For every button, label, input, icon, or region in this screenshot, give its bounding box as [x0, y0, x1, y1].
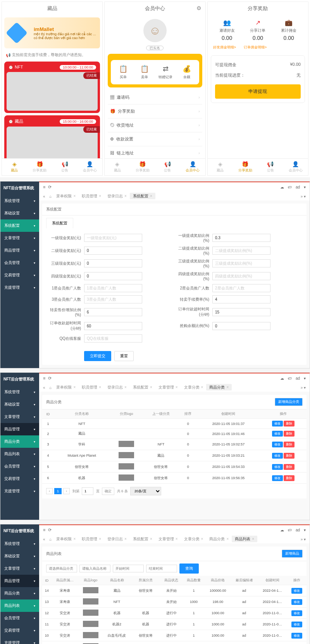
close-icon[interactable]: × — [73, 385, 76, 389]
input-一级现金奖励(元)[interactable] — [84, 234, 142, 242]
close-icon[interactable]: × — [99, 385, 101, 389]
delete-button[interactable]: 删除 — [284, 421, 294, 426]
input-一级提成奖励比例(%)[interactable] — [212, 234, 270, 242]
edit-button[interactable]: 修改 — [272, 421, 283, 426]
close-icon[interactable]: × — [150, 537, 152, 541]
menu-收货地址[interactable]: ◎ 收货地址› — [108, 118, 202, 132]
menu-邀请码[interactable]: ▦ 邀请码› — [108, 91, 202, 104]
tab-菜单权限[interactable]: 菜单权限× — [53, 536, 79, 542]
product-card[interactable]: ⏰ NFT10:00:00 - 11:00:00 已结束 — [4, 62, 100, 113]
sidebar-item-文章管理[interactable]: 文章管理▾ — [0, 232, 39, 244]
close-icon[interactable]: × — [150, 194, 152, 198]
close-icon[interactable]: × — [124, 537, 127, 541]
tab-公告[interactable]: 📢公告 — [155, 161, 180, 173]
chevron-down-icon[interactable]: ▾ — [304, 185, 306, 189]
filter-input-3[interactable] — [146, 565, 177, 572]
menu-toggle-icon[interactable]: ≡ — [43, 528, 45, 532]
input-1星会员推广人数[interactable] — [84, 284, 142, 292]
avatar[interactable] — [143, 19, 167, 42]
edit-button[interactable]: 修改 — [272, 464, 283, 470]
input-四级现金奖励(元)[interactable] — [84, 272, 142, 280]
add-product-button[interactable]: 新增商品 — [282, 550, 303, 558]
tab-登录日志[interactable]: 登录日志× — [104, 193, 130, 199]
sidebar-item-商品列表[interactable]: 商品列表▾ — [0, 448, 39, 460]
grid-买单[interactable]: 📋买单 — [112, 65, 134, 80]
menu-toggle-icon[interactable]: ≡ — [43, 185, 45, 189]
menu-toggle-icon[interactable]: ≡ — [43, 376, 45, 380]
sidebar-item-会员管理[interactable]: 会员管理▾ — [0, 460, 39, 473]
delete-button[interactable]: 删除 — [284, 442, 294, 447]
close-icon[interactable]: × — [226, 537, 229, 541]
filter-input-1[interactable] — [79, 565, 110, 572]
apply-withdraw-button[interactable]: 申请提现 — [215, 84, 301, 99]
tab-菜单权限[interactable]: 菜单权限× — [53, 384, 79, 391]
menu-收款设置[interactable]: ⚙ 收款设置› — [108, 132, 202, 146]
tab-系统配置[interactable]: 系统配置× — [130, 536, 155, 542]
tab-菜单权限[interactable]: 菜单权限× — [53, 193, 79, 199]
close-icon[interactable]: × — [201, 385, 203, 389]
close-icon[interactable]: × — [201, 537, 203, 541]
input-2星会员推广人数[interactable] — [212, 284, 270, 292]
tag-icon[interactable]: 🏷 — [288, 185, 292, 189]
grid-转赠记录[interactable]: ⇄转赠记录 — [155, 65, 176, 80]
input-三级现金奖励(元)[interactable] — [84, 259, 142, 267]
submit-button[interactable]: 立即提交 — [84, 351, 111, 361]
edit-button[interactable]: 修改 — [291, 633, 302, 639]
edit-button[interactable]: 修改 — [272, 442, 283, 447]
tab-会员中心[interactable]: 👤会员中心 — [77, 161, 102, 173]
sidebar-item-会员管理[interactable]: 会员管理▾ — [0, 257, 39, 269]
edit-button[interactable]: 修改 — [272, 475, 283, 481]
tab-系统配置[interactable]: 系统配置× — [130, 384, 155, 391]
edit-button[interactable]: 修改 — [272, 453, 283, 459]
tab-会员中心[interactable]: 👤会员中心 — [283, 161, 308, 173]
close-icon[interactable]: × — [226, 385, 229, 389]
add-category-button[interactable]: 新增商品分类 — [275, 398, 303, 406]
search-button[interactable]: 查询 — [179, 564, 199, 574]
refresh-icon[interactable]: ⟳ — [48, 528, 52, 532]
tab-文章管理[interactable]: 文章管理× — [155, 536, 181, 542]
edit-button[interactable]: 修改 — [291, 610, 302, 616]
close-icon[interactable]: × — [150, 385, 152, 389]
sidebar-item-基础设置[interactable]: 基础设置▾ — [0, 207, 39, 219]
detail-link[interactable]: 好友佣金明细> — [213, 45, 236, 50]
input-订单付款超时时间(分钟)[interactable] — [212, 308, 270, 316]
tab-藏品[interactable]: ◈藏品 — [2, 161, 27, 173]
tab-分享奖励[interactable]: 🎁分享奖励 — [232, 161, 258, 173]
sidebar-item-系统管理[interactable]: 系统管理▾ — [0, 386, 39, 398]
sidebar-item-交易管理[interactable]: 交易管理▾ — [0, 624, 39, 637]
reset-button[interactable]: 重置 — [114, 351, 134, 361]
sidebar-item-系统管理[interactable]: 系统管理▾ — [0, 195, 39, 207]
promo-banner[interactable]: imMallet một thị trường đấu giá nơi tất … — [4, 17, 100, 48]
refresh-icon[interactable]: ⟳ — [48, 376, 52, 380]
sidebar-item-基础设置[interactable]: 基础设置▾ — [0, 398, 39, 411]
tab-系统配置[interactable]: 系统配置× — [130, 193, 155, 199]
input-抢购余额比例(%)[interactable] — [212, 322, 270, 330]
sidebar-item-充提管理[interactable]: 充提管理▾ — [0, 485, 39, 497]
tab-分享奖励[interactable]: 🎁分享奖励 — [130, 161, 155, 173]
sidebar-item-商品管理[interactable]: 商品管理▾ — [0, 244, 39, 257]
tab-藏品[interactable]: ◈藏品 — [208, 161, 233, 173]
refresh-icon[interactable]: ⟳ — [48, 185, 52, 189]
tab-公告[interactable]: 📢公告 — [52, 161, 78, 173]
filter-input-2[interactable] — [113, 565, 144, 572]
close-icon[interactable]: × — [99, 194, 101, 198]
sidebar-item-文章管理[interactable]: 文章管理▾ — [0, 562, 39, 575]
input-转卖手续费率(%)[interactable] — [212, 295, 270, 303]
tab-商品分类[interactable]: 商品分类× — [206, 384, 232, 391]
edit-button[interactable]: 修改 — [272, 431, 283, 437]
input-二级提成奖励比例(%)[interactable] — [212, 247, 270, 255]
detail-link[interactable]: 订单佣金明细> — [244, 45, 267, 50]
input-三级提成奖励比例(%)[interactable] — [212, 259, 270, 267]
sidebar-item-商品列表[interactable]: 商品列表▾ — [0, 599, 39, 612]
sidebar-item-商品管理[interactable]: 商品管理▾ — [0, 575, 39, 587]
sidebar-item-交易管理[interactable]: 交易管理▾ — [0, 473, 39, 485]
sidebar-item-充提管理[interactable]: 充提管理▾ — [0, 281, 39, 294]
input-3星会员推广人数[interactable] — [84, 295, 142, 303]
sidebar-item-商品分类[interactable]: 商品分类▾ — [0, 435, 39, 448]
grid-卖单[interactable]: 📋卖单 — [134, 65, 155, 80]
tab-藏品[interactable]: ◈藏品 — [105, 161, 130, 173]
close-icon[interactable]: × — [73, 194, 76, 198]
close-icon[interactable]: × — [124, 194, 127, 198]
input-转卖售价增加比例(%)[interactable] — [84, 308, 142, 316]
close-icon[interactable]: × — [73, 537, 76, 541]
